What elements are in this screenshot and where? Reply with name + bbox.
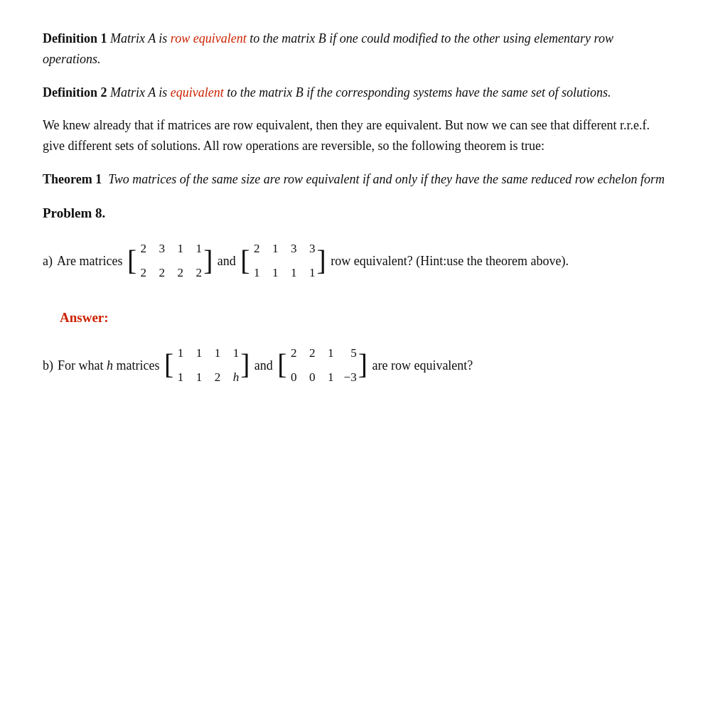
part-a-matrix1: [ 2 3 1 1 2 2 2 2 ]: [127, 237, 213, 285]
bm2-r0c3: 5: [344, 341, 357, 365]
def2-text-before: Matrix A is: [110, 85, 171, 100]
bm1-r0c2: 1: [212, 341, 220, 365]
m2-r1c0: 1: [252, 261, 260, 285]
problem-label: Problem 8.: [43, 205, 105, 220]
bm1-r1c3: h: [230, 365, 239, 390]
part-b-label: b): [43, 353, 53, 378]
matrix1-cells: 2 3 1 1 2 2 2 2: [138, 237, 202, 285]
bm2-r0c0: 2: [289, 341, 297, 365]
b-matrix2-left-bracket: [: [277, 351, 286, 380]
m1-r1c3: 2: [193, 261, 202, 285]
bm1-r0c1: 1: [193, 341, 202, 365]
bm1-r1c2: 2: [212, 365, 220, 390]
def1-highlight: row equivalent: [171, 31, 247, 46]
m2-r1c3: 1: [307, 261, 316, 285]
part-b: b) For what h matrices [ 1 1 1 1 1 1 2 h…: [43, 341, 665, 390]
paragraph1-text: We knew already that if matrices are row…: [43, 118, 650, 153]
part-a-and: and: [218, 248, 236, 274]
bm2-r1c2: 1: [326, 365, 334, 390]
bm2-r0c1: 2: [307, 341, 316, 365]
b-matrix2-cells: 2 2 1 5 0 0 1 −3: [289, 341, 357, 390]
bm2-r1c1: 0: [307, 365, 316, 390]
answer-label-block: Answer:: [60, 307, 665, 328]
m2-r0c3: 3: [307, 237, 316, 261]
part-a-text-after: row equivalent? (Hint:use the theorem ab…: [331, 248, 569, 274]
m1-r1c2: 2: [175, 261, 183, 285]
part-a-label: a): [43, 248, 53, 274]
m2-r0c0: 2: [252, 237, 260, 261]
matrix2-right-bracket: ]: [317, 247, 326, 276]
part-b-matrix1: [ 1 1 1 1 1 1 2 h ]: [164, 341, 250, 390]
theorem-label: Theorem 1: [43, 172, 102, 186]
b-matrix1-left-bracket: [: [164, 351, 173, 380]
matrix2-cells: 2 1 3 3 1 1 1 1: [252, 237, 316, 285]
matrix1-left-bracket: [: [127, 247, 136, 276]
bm2-r1c0: 0: [289, 365, 297, 390]
m1-r1c1: 2: [156, 261, 165, 285]
part-a-text-before: Are matrices: [57, 248, 122, 274]
m2-r1c2: 1: [289, 261, 297, 285]
part-b-matrix2: [ 2 2 1 5 0 0 1 −3 ]: [277, 341, 368, 390]
definition-1: Definition 1 Matrix A is row equivalent …: [43, 28, 665, 70]
matrix1-right-bracket: ]: [203, 247, 213, 276]
answer-section: Answer: b) For what h matrices [ 1 1 1 1…: [43, 307, 665, 390]
definition-2: Definition 2 Matrix A is equivalent to t…: [43, 82, 665, 103]
matrix2-left-bracket: [: [240, 247, 250, 276]
bm1-r0c0: 1: [175, 341, 183, 365]
m2-r0c2: 3: [289, 237, 297, 261]
problem-header: Problem 8.: [43, 203, 665, 224]
def2-highlight: equivalent: [171, 85, 224, 100]
bm2-r1c3: −3: [344, 365, 357, 390]
intro-paragraph: We knew already that if matrices are row…: [43, 115, 665, 156]
m2-r1c1: 1: [270, 261, 279, 285]
b-matrix2-right-bracket: ]: [358, 351, 368, 380]
m1-r0c1: 3: [156, 237, 165, 261]
m2-r0c1: 1: [270, 237, 279, 261]
part-b-and: and: [254, 353, 273, 378]
b-matrix1-right-bracket: ]: [240, 351, 250, 380]
def2-text-after: to the matrix B if the corresponding sys…: [224, 85, 611, 100]
answer-label: Answer:: [60, 310, 109, 325]
m1-r1c0: 2: [138, 261, 146, 285]
bm2-r0c2: 1: [326, 341, 334, 365]
part-b-text-mid: matrices: [117, 353, 160, 378]
def1-text-before: Matrix A is: [110, 31, 171, 46]
theorem-text: Two matrices of the same size are row eq…: [108, 172, 665, 186]
m1-r0c3: 1: [193, 237, 202, 261]
bm1-r0c3: 1: [230, 341, 239, 365]
part-b-h: h: [107, 353, 113, 378]
bm1-r1c0: 1: [175, 365, 183, 390]
def2-label: Definition 2: [43, 85, 107, 100]
m1-r0c2: 1: [175, 237, 183, 261]
part-b-text-before: For what: [58, 353, 104, 378]
b-matrix1-cells: 1 1 1 1 1 1 2 h: [175, 341, 239, 390]
part-b-text-after: are row equivalent?: [372, 353, 473, 378]
theorem-1: Theorem 1 Two matrices of the same size …: [43, 169, 665, 190]
m1-r0c0: 2: [138, 237, 146, 261]
part-a: a) Are matrices [ 2 3 1 1 2 2 2 2 ] and …: [43, 237, 665, 285]
part-a-matrix2: [ 2 1 3 3 1 1 1 1 ]: [240, 237, 326, 285]
bm1-r1c1: 1: [193, 365, 202, 390]
def1-label: Definition 1: [43, 31, 107, 46]
